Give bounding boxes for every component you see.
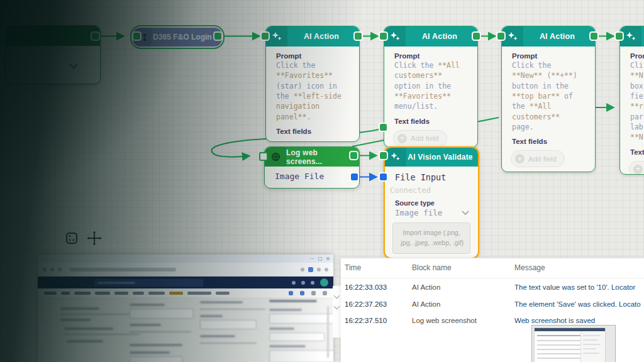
node-header[interactable]: AI Vision Validate [385, 148, 478, 167]
port-vision-fileinput-in[interactable] [380, 173, 387, 180]
port-action1-out[interactable] [355, 33, 362, 40]
prompt-text: Click the **New** (**+**) button in the … [512, 60, 585, 132]
port-action2-out[interactable] [473, 33, 480, 40]
close-icon[interactable] [326, 257, 330, 260]
sparkles-icon [502, 26, 523, 47]
connection-status: Connected [390, 186, 478, 195]
node-header[interactable]: AI Action [266, 26, 359, 47]
file-input-label: File Input [395, 172, 478, 182]
add-field-button[interactable]: + Add field [511, 150, 565, 167]
filter-icon[interactable] [289, 291, 293, 295]
menu-item-blur[interactable] [61, 292, 70, 295]
port-collapsed-out[interactable] [92, 33, 99, 40]
port-action4-in[interactable] [616, 33, 623, 40]
maximize-icon[interactable] [318, 257, 322, 261]
add-field-button[interactable]: + Add field [629, 161, 644, 175]
web-screenshot-thumbnail[interactable] [531, 325, 616, 362]
log-table-header: Time Block name Message [341, 263, 644, 277]
expand-icon[interactable] [323, 291, 327, 295]
browser-screenshot-window[interactable] [38, 255, 333, 362]
add-field-button[interactable]: + Add field [393, 130, 447, 147]
node-title: AI Action [641, 26, 644, 47]
port-action3-in[interactable] [497, 33, 504, 40]
node-title: Log web screens... [286, 147, 359, 167]
menu-item-blur[interactable] [169, 292, 183, 295]
port-d365-out[interactable] [214, 33, 221, 40]
chevron-down-icon[interactable] [334, 293, 340, 299]
log-row[interactable]: 16:22:33.033 AI Action The text value wa… [341, 283, 644, 300]
prompt-label: Prompt [276, 52, 349, 60]
chevron-down-icon[interactable] [334, 304, 340, 310]
node-ai-action-4[interactable]: AI Action Prompt Cli **N** box fie **r**… [619, 26, 644, 175]
port-action1-in[interactable] [262, 33, 269, 40]
node-ai-action-2[interactable]: AI Action Prompt Click the **All custome… [384, 26, 478, 148]
node-collapsed[interactable] [5, 25, 101, 84]
cloud-icon[interactable] [300, 291, 304, 295]
bookmark-icon[interactable] [301, 268, 304, 272]
sparkles-icon [384, 26, 406, 47]
help-icon[interactable] [311, 281, 314, 285]
menu-item-blur[interactable] [114, 292, 128, 295]
d365-top-bar [38, 277, 333, 288]
back-icon[interactable] [43, 268, 47, 272]
sparkles-icon [620, 26, 641, 47]
node-ai-action-1[interactable]: AI Action Prompt Click the **Favorites**… [265, 26, 360, 142]
workflow-editor: D365 F&O Login AI Action Prompt Click th… [0, 0, 644, 362]
menu-item-blur[interactable] [44, 292, 57, 295]
canvas-toolbar [58, 224, 109, 253]
prompt-label: Prompt [512, 52, 585, 60]
menu-item-blur[interactable] [74, 292, 91, 295]
extension-icon[interactable] [308, 267, 313, 272]
node-ai-vision-validate[interactable]: AI Vision Validate File Input Connected … [384, 146, 479, 259]
port-action2-aux-out[interactable] [380, 124, 387, 131]
node-header[interactable]: AI Action [502, 26, 595, 47]
frame-select-icon[interactable] [65, 231, 79, 245]
port-d365-in[interactable] [133, 33, 140, 40]
divider [341, 278, 644, 278]
text-fields-label: Text fields [394, 118, 467, 125]
column-message: Message [514, 263, 545, 272]
minimize-icon[interactable] [311, 258, 314, 260]
port-action2-in[interactable] [380, 33, 387, 40]
avatar[interactable] [320, 278, 328, 287]
column-time: Time [345, 263, 361, 272]
port-log-out[interactable] [350, 152, 357, 159]
scrollbar[interactable] [327, 306, 329, 358]
node-header[interactable]: AI Action [384, 26, 477, 47]
refresh-icon[interactable] [311, 291, 316, 295]
node-log-web-screenshot[interactable]: Log web screens... Image File [264, 146, 360, 189]
node-ai-action-3[interactable]: AI Action Prompt Click the **New** (**+*… [501, 26, 596, 172]
port-vision-in[interactable] [380, 152, 387, 159]
node-title: AI Action [406, 26, 477, 47]
move-pan-icon[interactable] [86, 230, 103, 246]
forward-icon[interactable] [50, 268, 54, 272]
bell-icon[interactable] [301, 281, 305, 285]
profile-icon[interactable] [317, 268, 321, 272]
menu-item-blur[interactable] [95, 292, 110, 295]
reload-icon[interactable] [58, 268, 62, 272]
menu-item-blur[interactable] [216, 292, 230, 295]
source-type-select[interactable]: Image file [395, 208, 469, 217]
node-header[interactable]: AI Action [620, 26, 644, 47]
node-title: AI Vision Validate [406, 148, 478, 167]
import-image-dropzone[interactable]: Import image (.png, .jpg, .jpeg, .webp, … [392, 222, 470, 254]
prompt-text: Click the **All customers** option in th… [394, 60, 467, 112]
node-d365-login[interactable]: D365 F&O Login [130, 25, 225, 49]
d365-form-content [38, 299, 333, 362]
browser-titlebar [38, 255, 333, 263]
port-log-imagefile-out[interactable] [351, 173, 358, 180]
prompt-label: Prompt [394, 52, 467, 60]
port-log-in[interactable] [259, 152, 268, 161]
menu-item-blur[interactable] [187, 292, 211, 295]
d365-search-box[interactable] [94, 279, 203, 287]
plus-icon: + [515, 154, 525, 163]
menu-item-blur[interactable] [148, 292, 165, 295]
port-action3-out[interactable] [591, 33, 597, 40]
text-fields-label: Text fields [630, 148, 644, 156]
node-collapsed-header[interactable] [6, 26, 100, 46]
settings-icon[interactable] [292, 281, 296, 285]
node-header[interactable]: Log web screens... [265, 147, 359, 167]
menu-item-blur[interactable] [133, 292, 144, 295]
log-row[interactable]: 16:22:37.263 AI Action The element 'Save… [341, 300, 644, 317]
browser-menu-icon[interactable] [325, 268, 328, 272]
